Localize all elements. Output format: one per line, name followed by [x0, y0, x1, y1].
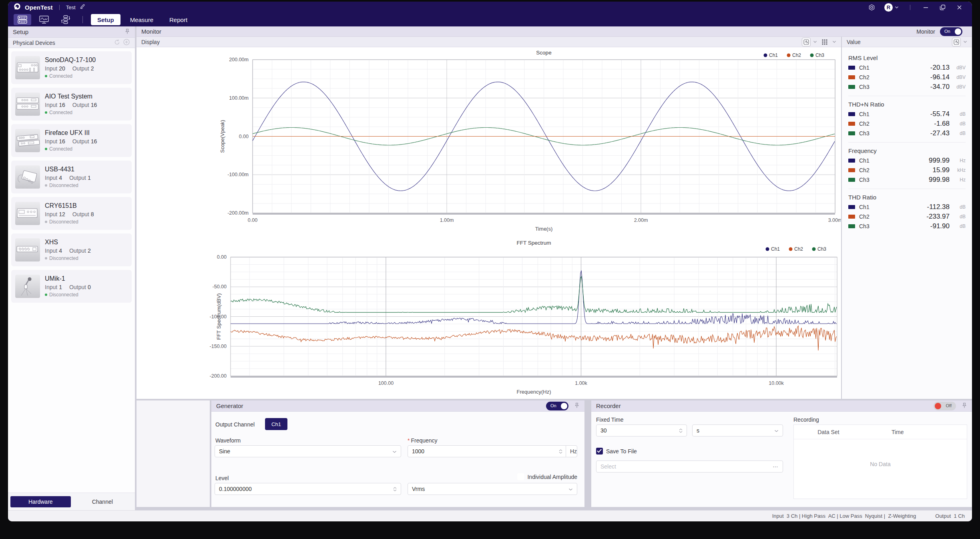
channel-swatch [848, 168, 855, 172]
status-dot [45, 184, 47, 187]
device-card[interactable]: SonoDAQ-17-100Input20Output2Connected [11, 51, 132, 84]
svg-text:Scope: Scope [536, 50, 551, 56]
device-status: Connected [49, 73, 72, 79]
monitor-power-toggle[interactable]: On [940, 27, 962, 36]
monitor-panel-title: Monitor [141, 28, 161, 35]
device-card[interactable]: UMik-1Input1Output0Disconnected [11, 270, 132, 303]
channel-label: Ch1 [859, 204, 870, 210]
maximize-button[interactable] [938, 3, 946, 11]
device-output-count: Output1 [69, 175, 91, 181]
chart-style-icon[interactable] [802, 38, 811, 46]
output-status-summary: Output 1 Ch [935, 513, 965, 519]
monitor-view-icon-button[interactable] [35, 14, 53, 25]
status-dot [45, 257, 47, 259]
close-button[interactable] [955, 3, 963, 11]
channel-swatch [848, 178, 855, 182]
measurement-unit: Hz [950, 158, 966, 163]
status-dot [45, 75, 47, 77]
number-stepper[interactable] [559, 449, 562, 454]
browse-ellipsis-icon[interactable]: ⋯ [773, 463, 779, 470]
measurement-value: -27.43 [930, 129, 950, 137]
channel-swatch [848, 224, 855, 228]
level-unit-select[interactable]: Vrms [408, 483, 577, 495]
layout-grid-icon[interactable] [819, 39, 830, 45]
level-input[interactable] [219, 486, 393, 492]
svg-text:Ch2: Ch2 [794, 246, 803, 252]
time-unit-select[interactable]: s [692, 424, 783, 436]
device-name: AIO Test System [45, 93, 97, 100]
pin-icon[interactable] [574, 402, 580, 410]
frequency-input[interactable] [412, 448, 559, 455]
value-group-title: THD Ratio [848, 194, 966, 201]
value-row: Ch2-1.68dB [848, 119, 966, 129]
waveform-select[interactable]: Sine [215, 445, 401, 457]
tab-measure[interactable]: Measure [124, 14, 160, 25]
device-card[interactable]: CRY6151BInput12Output8Disconnected [11, 197, 132, 230]
status-dot [45, 221, 47, 223]
fixed-time-input[interactable] [600, 427, 679, 434]
device-status: Disconnected [49, 183, 78, 188]
value-panel-title: Value [847, 39, 861, 45]
fixed-time-label: Fixed Time [596, 416, 623, 423]
measurement-value: -233.97 [926, 213, 950, 221]
device-card[interactable]: AIO Test SystemInput16Output16Connected [11, 88, 132, 121]
edit-project-icon[interactable] [80, 4, 85, 11]
setup-tab-hardware[interactable]: Hardware [10, 496, 71, 507]
measurement-unit: dB [950, 204, 966, 210]
measurement-unit: dB [950, 121, 966, 127]
setup-bottom-tabs: HardwareChannel [8, 493, 135, 510]
value-style-icon[interactable] [952, 38, 961, 46]
display-panel-title: Display [141, 39, 160, 45]
svg-text:1.00k: 1.00k [575, 380, 587, 386]
measurement-unit: dB [950, 131, 966, 136]
file-path-input[interactable] [600, 463, 773, 470]
recording-table: Data Set Time No Data [793, 424, 967, 499]
output-channel-ch1-button[interactable]: Ch1 [265, 418, 287, 430]
add-device-icon[interactable] [123, 38, 130, 47]
tab-setup[interactable]: Setup [91, 14, 120, 25]
pin-icon[interactable] [125, 28, 130, 36]
monitor-panel: Monitor Monitor On Display [137, 26, 972, 399]
setup-tab-channel[interactable]: Channel [72, 496, 133, 507]
monitor-waveform-icon [39, 15, 49, 24]
scope-and-fft-charts[interactable]: ScopeCh1Ch2Ch3200.00m100.00m0.00-100.00m… [137, 47, 841, 399]
device-card[interactable]: Fireface UFX IIIInput16Output16Connected [11, 124, 132, 157]
device-card[interactable]: XHSInput4Output2Disconnected [11, 233, 132, 266]
measurement-value: 999.99 [929, 157, 950, 165]
pin-icon[interactable] [962, 402, 967, 410]
channel-label: Ch2 [859, 167, 870, 173]
number-stepper[interactable] [393, 487, 397, 491]
tab-report[interactable]: Report [163, 14, 194, 25]
minimize-button[interactable] [922, 3, 930, 11]
save-to-file-option[interactable]: Save To File [596, 448, 637, 455]
number-stepper[interactable] [679, 428, 683, 433]
individual-amplitude-option[interactable]: Individual Amplitude [517, 473, 577, 480]
value-group-title: RMS Level [848, 54, 966, 61]
svg-text:-50.00: -50.00 [213, 284, 227, 290]
hardware-setup-icon-button[interactable] [14, 14, 31, 25]
avatar[interactable]: R [884, 3, 893, 12]
individual-amplitude-checkbox[interactable] [517, 473, 524, 480]
svg-text:0.00: 0.00 [239, 134, 249, 139]
device-input-count: Input4 [45, 175, 62, 181]
charts-container[interactable]: ScopeCh1Ch2Ch3200.00m100.00m0.00-100.00m… [137, 47, 841, 399]
save-to-file-checkbox[interactable] [596, 448, 603, 455]
recorder-power-toggle[interactable]: Off [934, 402, 956, 410]
user-menu[interactable]: R [884, 3, 899, 12]
setup-panel: Setup Physical Devices SonoDAQ-17-100Inp… [8, 26, 135, 510]
generator-power-toggle[interactable]: On [546, 402, 568, 410]
refresh-devices-icon[interactable] [114, 39, 120, 47]
channel-swatch [848, 85, 855, 89]
file-path-select[interactable]: ⋯ [596, 461, 783, 473]
channel-swatch [848, 112, 855, 116]
settings-gear-icon[interactable] [868, 3, 876, 11]
input-status-summary: Input 3 Ch | High Pass AC | Low Pass Nyq… [772, 513, 916, 519]
app-logo-icon [14, 3, 21, 12]
channel-label: Ch3 [859, 223, 870, 229]
sequence-flow-icon-button[interactable] [57, 14, 74, 25]
required-asterisk: * [408, 437, 410, 444]
device-card[interactable]: USB-4431Input4Output1Disconnected [11, 161, 132, 193]
device-status: Disconnected [49, 292, 78, 298]
channel-label: Ch2 [859, 74, 870, 80]
device-status: Connected [49, 146, 72, 152]
